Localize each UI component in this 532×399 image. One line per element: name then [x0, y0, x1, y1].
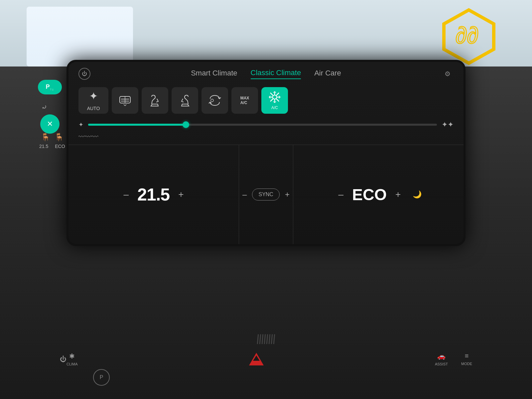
hazard-icon: [249, 353, 264, 365]
svg-point-11: [273, 95, 277, 99]
phys-power-button[interactable]: ⏻: [60, 355, 66, 363]
top-bar: ⏻ Smart Climate Classic Climate Air Care…: [68, 62, 464, 83]
screen-content: ⏻ Smart Climate Classic Climate Air Care…: [68, 62, 464, 244]
heat-waves-icon: 〰〰〰: [78, 133, 98, 141]
ac-label: A/C: [271, 105, 278, 110]
tab-smart-climate[interactable]: Smart Climate: [191, 69, 237, 79]
settings-icon[interactable]: ⚙: [442, 68, 454, 80]
mode-label: MODE: [461, 362, 472, 366]
seat-temp-right: ECO: [55, 144, 65, 149]
fan-slider-row: ✦ ✦✦: [68, 118, 464, 132]
bottom-p-button[interactable]: P: [93, 369, 110, 386]
phys-power-icon: ⏻: [60, 355, 66, 363]
p-icon: P↑↓: [46, 83, 54, 91]
assist-button[interactable]: 🚗 ASSIST: [435, 352, 448, 366]
p-circle-icon: P: [93, 369, 110, 386]
seat-heat-driver-button[interactable]: [142, 87, 168, 114]
power-icon[interactable]: ⏻: [78, 68, 90, 80]
svg-text:∂∂: ∂∂: [456, 22, 478, 48]
temp-left-value: 21.5: [137, 185, 170, 204]
max-ac-button[interactable]: MAXA/C: [231, 87, 258, 114]
seat-temp-left: 21.5: [39, 144, 48, 149]
seat-heat-left-icon: 🪑: [41, 133, 50, 142]
temp-left-increase[interactable]: +: [175, 186, 187, 203]
mode-button[interactable]: ≡ MODE: [461, 352, 472, 366]
recirc-small-icon: ⤾: [42, 103, 47, 111]
auto-label: AUTO: [87, 106, 100, 111]
temp-left-decrease[interactable]: –: [120, 186, 132, 203]
tab-classic-climate[interactable]: Classic Climate: [251, 68, 301, 79]
sync-section: – SYNC +: [239, 145, 293, 244]
phys-clima-icon: ✱: [69, 352, 75, 360]
left-panel: P↑↓ ✕: [37, 80, 63, 134]
sync-plus[interactable]: +: [285, 190, 290, 199]
controls-row: ✦ AUTO: [68, 83, 464, 118]
slider-thumb[interactable]: [183, 121, 189, 128]
tab-air-care[interactable]: Air Care: [314, 69, 341, 79]
rear-defrost-button[interactable]: [112, 87, 138, 114]
assist-mode-buttons: 🚗 ASSIST ≡ MODE: [435, 352, 472, 366]
assist-car-icon: 🚗: [437, 352, 446, 360]
window-light: [27, 7, 133, 66]
sync-minus[interactable]: –: [242, 190, 247, 199]
fan-speed-slider[interactable]: [88, 124, 437, 126]
hazard-button[interactable]: [246, 351, 266, 367]
wall-logo: ∂∂: [439, 7, 499, 66]
fan-min-icon: ✦: [78, 121, 83, 128]
night-mode-icon: 🌙: [413, 190, 422, 199]
svg-point-6: [211, 99, 213, 102]
temp-right-zone: – ECO + 🌙: [293, 145, 464, 244]
sync-button[interactable]: SYNC: [252, 189, 279, 200]
seat-icon-area: 🪑 🪑 21.5 ECO: [39, 133, 65, 149]
assist-label: ASSIST: [435, 362, 448, 366]
temp-right-increase[interactable]: +: [392, 186, 404, 203]
tab-bar: Smart Climate Classic Climate Air Care: [191, 68, 341, 79]
phys-clima-button[interactable]: ✱ CLIMA: [66, 352, 78, 366]
mode-icon: ≡: [465, 352, 469, 360]
recirculation-button[interactable]: [201, 87, 228, 114]
phys-clima-label: CLIMA: [66, 362, 78, 366]
close-button[interactable]: ✕: [40, 114, 60, 134]
parking-button[interactable]: P↑↓: [38, 80, 62, 94]
auto-button[interactable]: ✦ AUTO: [78, 87, 108, 114]
ac-button[interactable]: A/C: [261, 87, 288, 114]
temp-right-value: ECO: [352, 186, 387, 204]
slider-fill: [88, 124, 186, 126]
recirc-area: 〰〰〰: [68, 132, 464, 142]
fan-icon: ✦: [89, 90, 98, 102]
left-side-icons: ⤾: [42, 103, 47, 111]
x-icon: ✕: [47, 120, 53, 128]
fan-max-icon: ✦✦: [442, 120, 454, 129]
temp-row: – 21.5 + – SYNC + – ECO + 🌙: [68, 145, 464, 244]
temp-right-decrease[interactable]: –: [335, 186, 347, 203]
seat-heat-pass-button[interactable]: [172, 87, 198, 114]
temp-left-zone: – 21.5 +: [68, 145, 239, 244]
bottom-controls: ⏻ ✱ CLIMA 🚗 ASSIST ≡ MODE: [60, 339, 472, 379]
seat-heat-right-icon: 🪑: [55, 133, 64, 142]
